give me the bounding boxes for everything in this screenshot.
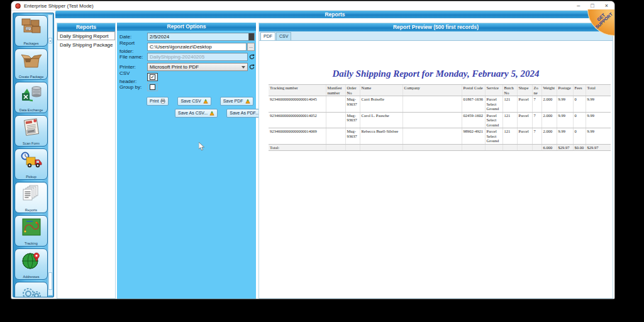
save-as-csv-button[interactable]: Save As CSV... bbox=[175, 109, 218, 118]
report-title: Daily Shipping Report for Monday, Februa… bbox=[259, 69, 613, 79]
table-cell: 98902-4921 bbox=[462, 128, 485, 145]
report-options-header: Report Options bbox=[117, 23, 256, 31]
table-cell: Mug-93637 bbox=[345, 112, 360, 128]
group-by-label: Group by: bbox=[119, 83, 147, 91]
table-cell bbox=[462, 144, 485, 151]
table-cell bbox=[402, 128, 462, 145]
report-list: Daily Shipping Report Daily Shipping Pac… bbox=[57, 31, 115, 298]
table-cell: 9.99 bbox=[586, 96, 611, 113]
file-name-value: DailyShipping-20240205 bbox=[150, 54, 204, 60]
table-cell: 7 bbox=[532, 112, 541, 128]
checkbox-checked: ✓ bbox=[150, 74, 155, 80]
table-cell bbox=[402, 96, 462, 113]
table-cell: Parcel Select Ground bbox=[485, 112, 502, 128]
save-icon bbox=[203, 99, 208, 104]
date-value: 2/5/2024 bbox=[150, 34, 169, 40]
save-icon bbox=[209, 111, 214, 116]
table-row: 92346000000000000014045 Mug-93637 Carri … bbox=[269, 96, 611, 113]
table-cell bbox=[326, 112, 345, 128]
table-cell bbox=[517, 144, 532, 151]
save-as-csv-label: Save As CSV... bbox=[178, 111, 208, 116]
save-csv-button[interactable]: Save CSV bbox=[177, 97, 211, 106]
scrollbar-up-arrow-icon[interactable]: ▲ bbox=[48, 38, 52, 43]
table-cell: Parcel Select Ground bbox=[485, 96, 502, 113]
table-cell: 9.99 bbox=[557, 128, 573, 145]
printer-value: Microsoft Print to PDF bbox=[150, 64, 199, 70]
table-cell: 01867-1636 bbox=[462, 96, 485, 113]
table-cell: 0 bbox=[573, 128, 586, 145]
table-cell: 121 bbox=[502, 96, 517, 113]
chevron-down-icon bbox=[242, 66, 245, 69]
sidebar-item-data-exchange[interactable]: Data Exchange bbox=[14, 82, 48, 113]
list-item-daily-shipping-report[interactable]: Daily Shipping Report bbox=[57, 31, 115, 40]
list-item-daily-shipping-package-id[interactable]: Daily Shipping Package ID bbox=[57, 40, 115, 49]
sidebar-item-reports[interactable]: Reports bbox=[14, 182, 48, 213]
table-cell: 0 bbox=[573, 112, 586, 128]
column-header: Batch No bbox=[502, 85, 517, 96]
total-label: Total: bbox=[269, 144, 326, 151]
scrollbar-thumb[interactable] bbox=[48, 272, 52, 290]
tab-pdf[interactable]: PDF bbox=[260, 32, 275, 40]
column-header: Weight bbox=[541, 85, 557, 96]
table-cell: 7 bbox=[532, 128, 541, 145]
table-cell: Mug-93637 bbox=[345, 96, 360, 113]
table-total-row: Total: 6.00 bbox=[269, 144, 611, 151]
app-body: Packages Create Package Data Exchange Sc… bbox=[11, 11, 614, 299]
table-cell bbox=[402, 144, 462, 151]
table-cell: 02459-1602 bbox=[462, 112, 485, 128]
app-window: Enterprise Shipper (Test Mode) – □ × GET… bbox=[11, 1, 614, 299]
save-csv-label: Save CSV bbox=[180, 99, 201, 104]
sidebar-label: Data Exchange bbox=[19, 108, 43, 112]
sidebar-item-create-package[interactable]: Create Package bbox=[14, 48, 48, 80]
csv-header-checkbox[interactable]: ✓ bbox=[147, 73, 158, 81]
sidebar-item-scan-form[interactable]: Scan Form bbox=[14, 115, 48, 147]
group-by-checkbox[interactable] bbox=[147, 83, 158, 91]
sidebar-item-settings[interactable] bbox=[14, 282, 48, 297]
sidebar-scrollbar[interactable]: ▲ bbox=[48, 14, 53, 296]
minimize-button[interactable]: – bbox=[577, 1, 580, 10]
data-exchange-icon bbox=[20, 84, 43, 106]
sidebar-item-addresses[interactable]: Addresses bbox=[14, 248, 48, 280]
printer-select[interactable]: Microsoft Print to PDF bbox=[147, 63, 248, 71]
sidebar-item-pickup[interactable]: Pickup bbox=[14, 148, 48, 180]
column-header: Zone bbox=[532, 85, 541, 96]
table-cell: 9.99 bbox=[586, 112, 611, 128]
column-header: Service bbox=[485, 85, 502, 96]
table-cell: Parcel bbox=[517, 128, 532, 145]
report-folder-input[interactable]: C:\Users\lgonzalez\Desktop bbox=[147, 43, 247, 51]
settings-gears-icon bbox=[20, 284, 43, 297]
calendar-dropdown-icon[interactable] bbox=[248, 33, 254, 40]
table-cell bbox=[326, 96, 345, 113]
table-cell bbox=[502, 144, 517, 151]
maximize-button[interactable]: □ bbox=[591, 1, 594, 10]
table-cell bbox=[360, 144, 402, 151]
table-cell: 9.99 bbox=[586, 128, 611, 145]
refresh-icon bbox=[249, 64, 255, 70]
sidebar-item-tracking[interactable]: Tracking bbox=[14, 215, 48, 247]
print-button[interactable]: Print bbox=[147, 97, 169, 106]
table-cell: 92346000000000000014045 bbox=[269, 96, 326, 113]
column-header: Order No bbox=[345, 85, 360, 96]
table-cell: 2.000 bbox=[541, 96, 557, 113]
file-name-input[interactable]: DailyShipping-20240205 bbox=[147, 53, 248, 61]
column-header: Total bbox=[586, 85, 611, 96]
reports-icon bbox=[20, 184, 43, 206]
browse-folder-button[interactable]: ... bbox=[247, 43, 255, 51]
table-cell bbox=[326, 128, 345, 145]
report-options-body: Date: 2/5/2024 Report folder: C:\Users\l… bbox=[117, 31, 256, 299]
date-input[interactable]: 2/5/2024 bbox=[147, 33, 255, 41]
refresh-file-name-button[interactable] bbox=[249, 54, 255, 60]
sidebar-label: Tracking bbox=[25, 242, 38, 245]
report-options-panel: Report Options Date: 2/5/2024 Report fol… bbox=[117, 23, 256, 299]
table-cell: 7 bbox=[532, 96, 541, 113]
reports-panel-header: Reports bbox=[57, 23, 115, 31]
close-button[interactable]: × bbox=[605, 1, 608, 10]
tab-csv[interactable]: CSV bbox=[276, 32, 291, 40]
sidebar-label: Addresses bbox=[23, 275, 40, 279]
table-cell bbox=[345, 144, 360, 151]
refresh-printers-button[interactable] bbox=[249, 64, 255, 70]
save-pdf-button[interactable]: Save PDF bbox=[220, 97, 253, 106]
tracking-map-icon bbox=[20, 218, 43, 239]
sidebar-item-packages[interactable]: Packages bbox=[14, 15, 48, 47]
scan-form-icon bbox=[20, 118, 43, 139]
